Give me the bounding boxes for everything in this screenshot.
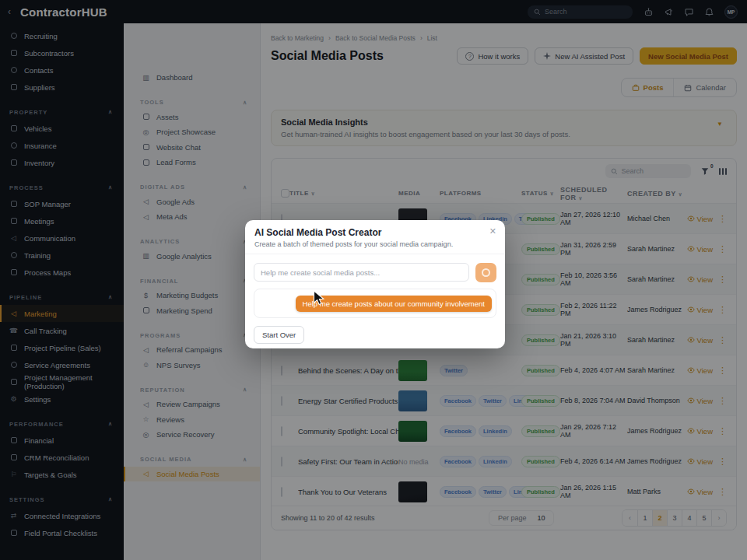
spinner-icon (482, 268, 490, 277)
ai-post-creator-modal: AI Social Media Post Creator Create a ba… (245, 220, 505, 348)
close-icon[interactable]: ✕ (489, 227, 496, 236)
modal-input-row (254, 263, 496, 282)
app-root: ‹ ContractorHUB Search MP RecruitingSubc… (0, 0, 747, 560)
modal-title: AI Social Media Post Creator (254, 227, 496, 238)
ai-prompt-input[interactable] (254, 263, 469, 282)
start-over-button[interactable]: Start Over (254, 326, 304, 344)
modal-subtitle: Create a batch of themed posts for your … (254, 240, 496, 248)
modal-header: AI Social Media Post Creator Create a ba… (245, 220, 505, 254)
suggestion-button[interactable]: Help me create posts about our community… (296, 296, 492, 312)
send-button[interactable] (475, 263, 496, 282)
suggestion-container: Help me create posts about our community… (254, 289, 496, 318)
